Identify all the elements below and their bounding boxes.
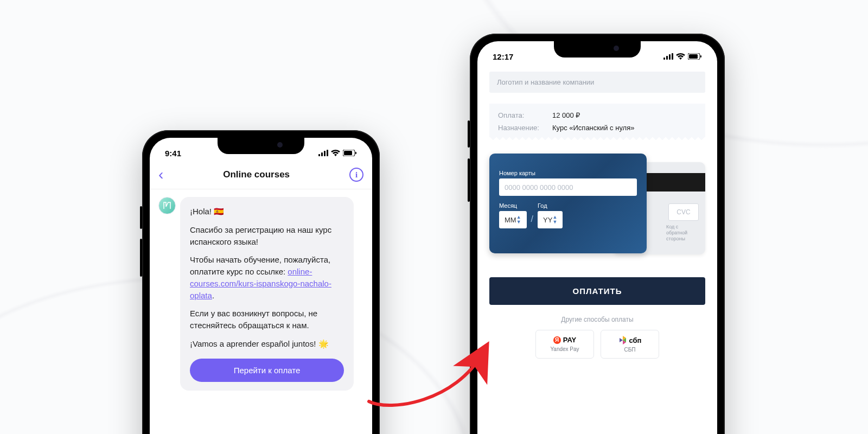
- battery-icon: [343, 150, 357, 156]
- chat-title: Online courses: [223, 169, 290, 180]
- card-front: Номер карты Месяц MM▲▼ / Год YY▲▼: [489, 154, 647, 253]
- alt-payment-label: Другие способы оплаты: [489, 316, 705, 323]
- yandex-icon: Я: [553, 336, 561, 344]
- svg-rect-5: [344, 151, 352, 155]
- summary-amount-label: Оплата:: [498, 111, 552, 119]
- expiry-separator: /: [531, 214, 533, 228]
- svg-rect-13: [700, 55, 701, 58]
- svg-rect-3: [327, 150, 328, 156]
- yandex-pay-logo: ЯPAY: [540, 336, 589, 344]
- svg-rect-1: [321, 152, 323, 156]
- wifi-icon: [676, 53, 685, 60]
- info-icon[interactable]: i: [349, 168, 363, 182]
- month-select[interactable]: MM▲▼: [499, 211, 527, 228]
- msg-p4: ¡Vamos a aprender español juntos! 🌟: [190, 338, 344, 350]
- msg-p2: Чтобы начать обучение, пожалуйста, оплат…: [190, 254, 344, 301]
- sbp-name: СБП: [605, 347, 654, 353]
- back-icon[interactable]: ‹: [158, 166, 163, 183]
- yandex-pay-option[interactable]: ЯPAY Yandex Pay: [535, 330, 594, 359]
- go-to-payment-button[interactable]: Перейти к оплате: [190, 359, 344, 382]
- svg-rect-2: [324, 151, 326, 156]
- yandex-pay-name: Yandex Pay: [540, 346, 589, 352]
- notch: [218, 138, 304, 154]
- year-select[interactable]: YY▲▼: [538, 211, 563, 228]
- receipt-edge: [489, 136, 705, 142]
- status-time: 9:41: [165, 149, 181, 158]
- card-number-label: Номер карты: [499, 170, 637, 176]
- msg-p3: Если у вас возникнут вопросы, не стесняй…: [190, 308, 344, 331]
- msg-greeting: ¡Hola! 🇪🇸: [190, 206, 344, 218]
- svg-rect-0: [318, 154, 320, 156]
- chat-screen: 9:41 ‹ Online courses i ¡Hola! 🇪🇸 Спасиб…: [150, 138, 372, 434]
- pay-button[interactable]: ОПЛАТИТЬ: [489, 277, 705, 305]
- summary-amount-value: 12 000 ₽: [552, 111, 580, 119]
- msg-p2-dot: .: [212, 291, 214, 300]
- chat-header: ‹ Online courses i: [150, 162, 372, 189]
- avatar-icon: [162, 201, 172, 210]
- message-bubble: ¡Hola! 🇪🇸 Спасибо за регистрацию на наш …: [180, 197, 354, 391]
- svg-rect-6: [355, 152, 356, 154]
- summary-purpose-value: Курс «Испанский с нуля»: [552, 124, 634, 132]
- chat-body: ¡Hola! 🇪🇸 Спасибо за регистрацию на наш …: [150, 189, 372, 398]
- yandex-pay-text: PAY: [563, 336, 577, 344]
- status-icons: [318, 150, 357, 156]
- status-time: 12:17: [493, 52, 513, 61]
- cvc-hint: Код с обратной стороны: [666, 224, 699, 241]
- svg-rect-10: [672, 53, 673, 60]
- wifi-icon: [331, 150, 340, 156]
- summary-purpose-label: Назначение:: [498, 124, 552, 132]
- month-placeholder: MM: [505, 216, 516, 224]
- signal-icon: [318, 150, 328, 156]
- alt-payment-row: ЯPAY Yandex Pay сбп СБП: [489, 330, 705, 359]
- sbp-option[interactable]: сбп СБП: [601, 330, 659, 359]
- svg-rect-12: [689, 54, 698, 59]
- notch: [554, 41, 641, 58]
- signal-icon: [663, 53, 673, 60]
- msg-p1: Спасибо за регистрацию на наш курс испан…: [190, 224, 344, 248]
- phone-frame-chat: 9:41 ‹ Online courses i ¡Hola! 🇪🇸 Спасиб…: [142, 130, 380, 434]
- svg-marker-14: [620, 338, 623, 342]
- sbp-text: сбп: [629, 336, 642, 344]
- svg-rect-9: [669, 54, 671, 60]
- background-decor: [0, 0, 868, 434]
- chevron-updown-icon: ▲▼: [552, 215, 557, 225]
- sbp-icon: [618, 336, 627, 344]
- battery-icon: [688, 53, 702, 60]
- month-label: Месяц: [499, 202, 527, 209]
- card-input-area: CVC Код с обратной стороны Номер карты М…: [489, 154, 705, 262]
- chevron-updown-icon: ▲▼: [516, 215, 521, 225]
- phone-frame-payment: 12:17 Логотип и название компании Оплата…: [470, 34, 725, 434]
- svg-rect-7: [663, 58, 665, 60]
- svg-rect-8: [666, 56, 668, 60]
- avatar[interactable]: [158, 197, 176, 214]
- year-placeholder: YY: [543, 216, 552, 224]
- year-label: Год: [538, 202, 563, 209]
- payment-summary: Оплата: 12 000 ₽ Назначение: Курс «Испан…: [489, 104, 705, 142]
- sbp-logo: сбп: [605, 336, 654, 344]
- card-number-input[interactable]: [499, 178, 637, 196]
- payment-screen: 12:17 Логотип и название компании Оплата…: [477, 41, 717, 434]
- status-icons: [663, 53, 702, 60]
- merchant-logo-placeholder: Логотип и название компании: [489, 72, 705, 93]
- cvc-input[interactable]: CVC: [668, 203, 699, 221]
